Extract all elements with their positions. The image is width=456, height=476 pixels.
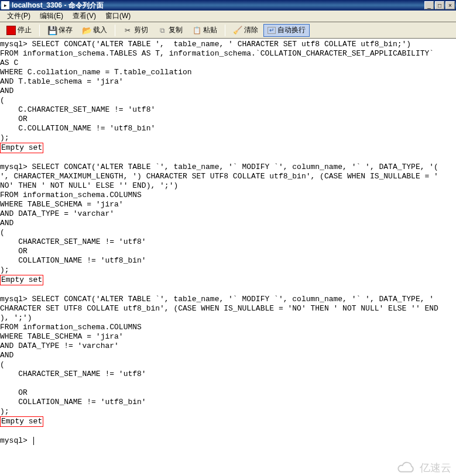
load-button[interactable]: 📂 载入 xyxy=(78,24,111,37)
watermark-text: 亿速云 xyxy=(420,463,451,472)
close-button[interactable]: × xyxy=(445,1,455,9)
paste-label: 粘贴 xyxy=(203,25,217,35)
save-icon: 💾 xyxy=(47,26,57,35)
console-output[interactable]: mysql> SELECT CONCAT('ALTER TABLE ', tab… xyxy=(0,39,456,476)
broom-icon: 🧹 xyxy=(233,26,242,35)
sql-block-3: mysql> SELECT CONCAT('ALTER TABLE `', ta… xyxy=(0,295,438,416)
window-controls: _ □ × xyxy=(424,1,455,9)
load-label: 载入 xyxy=(93,25,107,35)
wrap-label: 自动换行 xyxy=(277,25,306,35)
toolbar: 停止 💾 保存 📂 载入 ✂ 剪切 ⧉ 复制 📋 粘贴 🧹 清除 ↵ 自动换行 xyxy=(0,22,456,39)
watermark: 亿速云 xyxy=(397,462,451,474)
sql-block-1: mysql> SELECT CONCAT('ALTER TABLE ', tab… xyxy=(0,40,434,142)
cut-label: 剪切 xyxy=(134,25,148,35)
save-label: 保存 xyxy=(59,25,73,35)
paste-button[interactable]: 📋 粘贴 xyxy=(188,24,221,37)
maximize-button[interactable]: □ xyxy=(435,1,444,9)
cut-button[interactable]: ✂ 剪切 xyxy=(119,24,152,37)
minimize-button[interactable]: _ xyxy=(424,1,434,9)
save-button[interactable]: 💾 保存 xyxy=(43,24,77,37)
title-bar: ▸ localhost_3306 - 命令列介面 _ □ × xyxy=(0,0,456,11)
empty-set-3: Empty set xyxy=(0,416,43,427)
wrap-icon: ↵ xyxy=(268,27,276,34)
folder-icon: 📂 xyxy=(82,26,91,35)
scissors-icon: ✂ xyxy=(123,26,132,35)
window-title: localhost_3306 - 命令列介面 xyxy=(12,1,424,11)
mysql-prompt: mysql> xyxy=(0,436,32,445)
sql-block-2: mysql> SELECT CONCAT('ALTER TABLE `', ta… xyxy=(0,163,438,274)
separator xyxy=(39,25,40,36)
copy-label: 复制 xyxy=(169,25,183,35)
clear-label: 清除 xyxy=(244,25,258,35)
stop-label: 停止 xyxy=(18,25,32,35)
menu-bar: 文件(P) 编辑(E) 查看(V) 窗口(W) xyxy=(0,11,456,22)
text-cursor xyxy=(33,437,34,445)
clipboard-icon: 📋 xyxy=(192,26,201,35)
separator xyxy=(225,25,225,36)
clear-button[interactable]: 🧹 清除 xyxy=(229,24,262,37)
stop-button[interactable]: 停止 xyxy=(2,24,36,37)
menu-view[interactable]: 查看(V) xyxy=(68,10,101,22)
copy-button[interactable]: ⧉ 复制 xyxy=(153,24,187,37)
menu-file[interactable]: 文件(P) xyxy=(2,10,35,22)
menu-edit[interactable]: 编辑(E) xyxy=(35,10,68,22)
cloud-icon xyxy=(397,462,416,474)
app-icon: ▸ xyxy=(1,1,9,9)
empty-set-2: Empty set xyxy=(0,275,43,285)
wrap-button[interactable]: ↵ 自动换行 xyxy=(263,24,310,37)
menu-window[interactable]: 窗口(W) xyxy=(101,10,135,22)
stop-icon xyxy=(6,26,16,35)
separator xyxy=(115,25,115,36)
copy-icon: ⧉ xyxy=(157,26,167,35)
empty-set-1: Empty set xyxy=(0,143,43,153)
